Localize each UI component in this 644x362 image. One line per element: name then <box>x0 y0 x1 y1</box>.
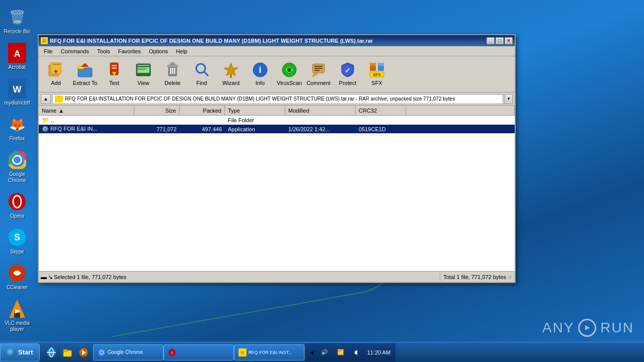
desktop-icon-acrobat[interactable]: A Acrobat <box>1 41 33 72</box>
desktop-icon-vlc[interactable]: ▶ VLC media player <box>1 297 33 334</box>
file-name-cell: ⚙️ RFQ FOR E&I IN... <box>39 125 134 133</box>
comment-label: Comment <box>306 80 331 86</box>
tray-network-icon[interactable]: 📶 <box>333 345 348 360</box>
col-header-size[interactable]: Size <box>134 106 180 115</box>
taskbar-ie-button[interactable] <box>44 345 59 360</box>
desktop-icon-recycle-bin[interactable]: 🗑️ Recycle Bin <box>1 5 33 37</box>
file-crc-cell: 0519CE1D <box>356 126 406 133</box>
menu-commands[interactable]: Commands <box>57 47 93 55</box>
add-label: Add <box>51 80 61 86</box>
taskbar-antivirus-app[interactable]: ! <box>164 344 234 360</box>
toolbar-protect-button[interactable]: ✓ Protect <box>334 58 362 90</box>
menu-tools[interactable]: Tools <box>93 47 114 55</box>
menu-help[interactable]: Help <box>172 47 192 55</box>
find-icon <box>193 61 211 79</box>
status-icon-left: ▬ <box>41 274 47 281</box>
svg-rect-33 <box>171 63 175 65</box>
toolbar-find-button[interactable]: Find <box>188 58 216 90</box>
svg-rect-28 <box>137 66 149 67</box>
toolbar-extract-button[interactable]: Extract To <box>71 58 99 90</box>
vlc-icon: ▶ <box>7 299 27 319</box>
info-icon: i <box>251 61 269 79</box>
taskbar-media-button[interactable] <box>76 345 91 360</box>
status-resize-handle[interactable]: ⟋ <box>507 274 513 280</box>
toolbar-delete-button[interactable]: Delete <box>158 58 187 90</box>
svg-rect-25 <box>112 67 117 69</box>
desktop-icon-ccleaner[interactable]: CCleaner <box>1 261 33 293</box>
status-icon-right: ↘ <box>48 274 53 281</box>
svg-text:✓: ✓ <box>345 66 351 74</box>
minimize-button[interactable]: _ <box>487 37 495 44</box>
virusscan-icon <box>280 61 298 79</box>
status-selected-text: Selected 1 file, 771,072 bytes <box>54 274 437 280</box>
desktop-icon-word[interactable]: W mydistrictrtf <box>1 76 33 108</box>
toolbar-test-button[interactable]: Test <box>100 58 128 90</box>
extract-label: Extract To <box>73 80 98 86</box>
file-type-cell: File Folder <box>225 117 285 124</box>
firefox-label: Firefox <box>10 136 25 142</box>
acrobat-icon: A <box>7 43 27 63</box>
toolbar-virusscan-button[interactable]: VirusScan <box>275 58 303 90</box>
address-input[interactable]: RFQ FOR E&I INSTALLATION FOR EPCIC OF DE… <box>52 94 503 104</box>
file-size-cell: 771,072 <box>134 126 180 133</box>
toolbar: + Add Extract To <box>39 56 515 93</box>
window-titlebar: R RFQ FOR E&I INSTALLATION FOR EPCIC OF … <box>39 35 515 46</box>
start-button[interactable]: Start <box>0 343 40 361</box>
file-size-cell <box>134 120 180 121</box>
desktop-icon-skype[interactable]: S Skype <box>1 225 33 257</box>
taskbar-winrar-label: RFQ FOR E&I INST... <box>249 350 292 355</box>
col-header-modified[interactable]: Modified <box>285 106 356 115</box>
acrobat-label: Acrobat <box>9 64 26 70</box>
toolbar-wizard-button[interactable]: Wizard <box>217 58 245 90</box>
menu-bar: File Commands Tools Favorites Options He… <box>39 46 515 56</box>
clock[interactable]: 11:20 AM <box>365 349 392 355</box>
toolbar-view-button[interactable]: View <box>129 58 157 90</box>
menu-favorites[interactable]: Favorites <box>114 47 145 55</box>
svg-text:i: i <box>259 65 261 75</box>
toolbar-info-button[interactable]: i Info <box>246 58 274 90</box>
test-label: Test <box>109 80 119 86</box>
taskbar-chrome-app[interactable]: Google Chrome <box>93 344 164 360</box>
menu-file[interactable]: File <box>40 47 57 55</box>
desktop-icon-chrome[interactable]: Google Chrome <box>1 148 33 186</box>
menu-options[interactable]: Options <box>145 47 172 55</box>
anyrun-text-any: ANY <box>542 320 575 336</box>
col-header-name[interactable]: Name ▲ <box>39 106 134 115</box>
address-text: RFQ FOR E&I INSTALLATION FOR EPCIC OF DE… <box>65 96 455 102</box>
svg-marker-45 <box>312 73 317 77</box>
taskbar-winrar-app[interactable]: R RFQ FOR E&I INST... <box>234 344 304 360</box>
toolbar-add-button[interactable]: + Add <box>42 58 70 90</box>
table-row[interactable]: ⚙️ RFQ FOR E&I IN... 771,072 497,446 App… <box>39 125 515 134</box>
col-header-type[interactable]: Type <box>225 106 285 115</box>
window-content: File Commands Tools Favorites Options He… <box>39 46 515 282</box>
address-dropdown[interactable]: ▼ <box>505 94 513 104</box>
restore-button[interactable]: □ <box>496 37 504 44</box>
col-header-crc32[interactable]: CRC32 <box>356 106 406 115</box>
toolbar-sfx-button[interactable]: SFX SFX <box>363 58 391 90</box>
col-header-rest[interactable] <box>406 106 515 115</box>
navigate-up-button[interactable]: ▲ <box>41 94 51 104</box>
svg-rect-51 <box>370 63 376 66</box>
svg-point-6 <box>14 156 21 163</box>
word-label: mydistrictrtf <box>4 100 30 106</box>
desktop-icons-sidebar: 🗑️ Recycle Bin A Acrobat W mydistrictrtf <box>0 0 34 342</box>
close-button[interactable]: ✕ <box>505 37 513 44</box>
desktop-icon-firefox[interactable]: 🦊 Firefox <box>1 112 33 144</box>
add-icon: + <box>47 61 65 79</box>
anyrun-play-icon <box>578 319 596 337</box>
file-packed-cell: 497,446 <box>180 126 225 133</box>
winrar-window: R RFQ FOR E&I INSTALLATION FOR EPCIC OF … <box>38 34 516 283</box>
col-header-packed[interactable]: Packed <box>180 106 225 115</box>
toolbar-comment-button[interactable]: Comment <box>304 58 333 90</box>
info-label: Info <box>256 80 265 86</box>
desktop-icon-opera[interactable]: Opera <box>1 190 33 221</box>
tray-audio-icon[interactable] <box>349 345 364 360</box>
sfx-label: SFX <box>371 80 382 86</box>
wizard-icon <box>222 61 240 79</box>
taskbar-explorer-button[interactable] <box>60 345 75 360</box>
tray-volume-icon[interactable]: 🔊 <box>317 345 332 360</box>
table-row[interactable]: 📁 .. File Folder <box>39 116 515 125</box>
tray-expand-button[interactable]: ◄ <box>308 345 316 360</box>
desktop: 🗑️ Recycle Bin A Acrobat W mydistrictrtf <box>0 0 644 362</box>
file-modified-cell: 1/26/2022 1:42... <box>285 126 356 133</box>
